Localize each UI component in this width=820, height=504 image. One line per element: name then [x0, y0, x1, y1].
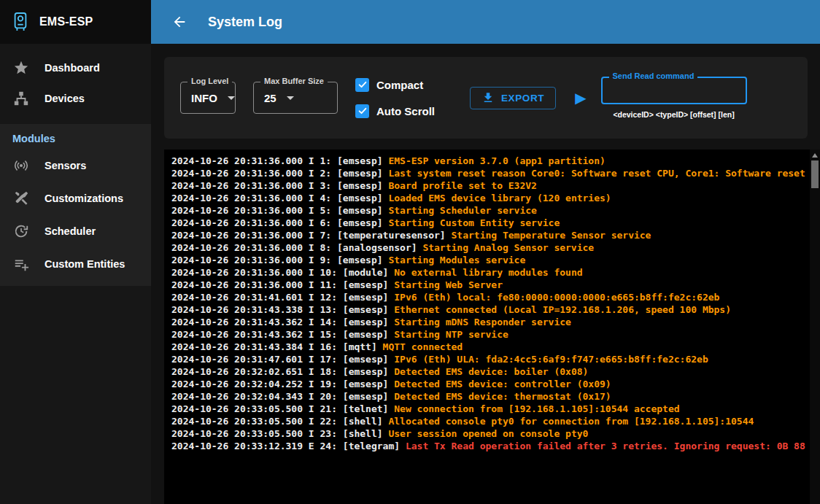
log-line-prefix: 2024-10-26 20:32:02.651 I 18: [emsesp] — [171, 366, 394, 377]
log-panel: 2024-10-26 20:31:36.000 I 1: [emsesp] EM… — [164, 150, 820, 504]
log-line-prefix: 2024-10-26 20:33:12.319 E 24: [telegram] — [171, 441, 406, 451]
playlist-add-icon — [12, 255, 30, 273]
log-line: 2024-10-26 20:31:36.000 I 8: [analogsens… — [171, 241, 810, 254]
scrollbar-thumb[interactable] — [811, 160, 819, 188]
export-button-label: EXPORT — [501, 93, 544, 104]
max-buffer-select[interactable]: Max Buffer Size 25 — [253, 82, 338, 114]
log-line: 2024-10-26 20:31:36.000 I 7: [temperatur… — [171, 229, 810, 241]
log-line-prefix: 2024-10-26 20:31:43.362 I 15: [emsesp] — [171, 329, 394, 340]
log-line-prefix: 2024-10-26 20:31:36.000 I 11: [emsesp] — [171, 279, 394, 290]
log-line-message: Starting Scheduler service — [388, 205, 537, 216]
log-scrollbar[interactable] — [810, 150, 820, 504]
log-line-prefix: 2024-10-26 20:31:36.000 I 4: [emsesp] — [171, 193, 388, 203]
log-line: 2024-10-26 20:31:36.000 I 6: [emsesp] St… — [171, 217, 810, 229]
main-area: System Log Log Level INFO Max Buffer Siz… — [151, 0, 820, 504]
log-level-value: INFO — [191, 92, 217, 104]
log-line: 2024-10-26 20:31:36.000 I 1: [emsesp] EM… — [171, 155, 810, 167]
log-line-prefix: 2024-10-26 20:31:43.384 I 16: [mqtt] — [171, 341, 383, 352]
app-logo: EMS-ESP — [0, 0, 151, 44]
sidebar-item-label: Devices — [45, 93, 85, 104]
log-line-prefix: 2024-10-26 20:32:04.343 I 20: [emsesp] — [171, 391, 394, 402]
log-line-message: Last Tx Read operation failed after 3 re… — [406, 441, 805, 451]
log-line: 2024-10-26 20:33:05.500 I 22: [shell] Al… — [171, 415, 810, 427]
log-lines: 2024-10-26 20:31:36.000 I 1: [emsesp] EM… — [164, 150, 810, 504]
log-line: 2024-10-26 20:33:05.500 I 21: [telnet] N… — [171, 403, 810, 415]
send-read-helper-text: <deviceID> <typeID> [offset] [len] — [613, 110, 734, 119]
clock-update-icon — [12, 222, 30, 240]
log-line-message: Allocated console pty0 for connection fr… — [388, 416, 754, 427]
device-tree-icon — [12, 90, 30, 107]
log-line-prefix: 2024-10-26 20:31:36.000 I 8: [analogsens… — [171, 242, 422, 253]
log-controls-card: Log Level INFO Max Buffer Size 25 Compac… — [164, 57, 808, 139]
log-line-message: Starting NTP service — [394, 329, 508, 340]
sidebar-item-label: Scheduler — [45, 225, 96, 237]
log-line-message: Loaded EMS device library (120 entries) — [388, 193, 611, 203]
play-icon[interactable]: ▶ — [575, 90, 586, 105]
log-line-prefix: 2024-10-26 20:31:36.000 I 10: [module] — [171, 267, 394, 278]
sidebar-item-label: Custom Entities — [45, 258, 125, 270]
log-line-message: IPv6 (Eth) local: fe80:0000:0000:0000:e6… — [394, 292, 719, 303]
log-line-message: Detected EMS device: boiler (0x08) — [394, 366, 588, 377]
log-line-message: Starting mDNS Responder service — [394, 317, 571, 327]
log-line-message: Detected EMS device: controller (0x09) — [394, 379, 611, 389]
checkbox-checked-icon[interactable] — [355, 78, 369, 92]
export-button[interactable]: EXPORT — [470, 87, 556, 109]
log-line-prefix: 2024-10-26 20:31:43.362 I 14: [emsesp] — [171, 317, 394, 327]
log-line-message: Starting Analog Sensor service — [422, 242, 594, 253]
log-line: 2024-10-26 20:33:05.500 I 23: [shell] Us… — [171, 427, 810, 440]
ems-esp-app: EMS-ESP Dashboard — [0, 0, 820, 504]
log-line: 2024-10-26 20:31:43.362 I 14: [emsesp] S… — [171, 316, 810, 328]
log-line: 2024-10-26 20:31:36.000 I 9: [emsesp] St… — [171, 254, 810, 266]
content: Log Level INFO Max Buffer Size 25 Compac… — [151, 44, 820, 504]
sidebar-item-scheduler[interactable]: Scheduler — [0, 214, 151, 247]
log-line-message: User session opened on console pty0 — [388, 428, 588, 439]
log-line-message: No external library modules found — [394, 267, 582, 278]
sidebar-item-custom-entities[interactable]: Custom Entities — [0, 247, 151, 280]
log-line: 2024-10-26 20:31:36.000 I 3: [emsesp] Bo… — [171, 179, 810, 192]
scrollbar-up-arrow-icon[interactable] — [812, 153, 818, 158]
log-line: 2024-10-26 20:31:43.338 I 13: [emsesp] E… — [171, 303, 810, 316]
checkbox-group: Compact Auto Scroll — [355, 78, 435, 118]
back-button[interactable] — [170, 12, 189, 31]
sidebar-item-customizations[interactable]: Customizations — [0, 182, 151, 214]
send-read-field[interactable]: Send Read command — [601, 77, 747, 104]
log-line-prefix: 2024-10-26 20:33:05.500 I 22: [shell] — [171, 416, 388, 427]
auto-scroll-checkbox[interactable]: Auto Scroll — [355, 104, 435, 118]
ems-esp-logo-icon — [12, 13, 29, 31]
log-level-label: Log Level — [187, 77, 232, 85]
app-title: EMS-ESP — [39, 15, 93, 28]
log-line-message: Ethernet connected (Local IP=192.168.1.2… — [394, 304, 731, 315]
appbar: System Log — [151, 0, 820, 44]
sidebar-item-label: Customizations — [45, 193, 123, 204]
send-read-label: Send Read command — [609, 71, 698, 80]
log-line-message: Board profile set to E32V2 — [388, 180, 537, 191]
log-line-prefix: 2024-10-26 20:31:36.000 I 9: [emsesp] — [171, 255, 388, 265]
sidebar-item-devices[interactable]: Devices — [0, 83, 151, 114]
log-line-prefix: 2024-10-26 20:31:47.601 I 17: [emsesp] — [171, 354, 394, 365]
log-line-message: Starting Modules service — [388, 255, 525, 265]
compact-checkbox[interactable]: Compact — [355, 78, 435, 92]
log-line: 2024-10-26 20:31:41.601 I 12: [emsesp] I… — [171, 291, 810, 303]
log-line-message: Starting Custom Entity service — [388, 217, 560, 228]
star-icon — [12, 59, 30, 77]
log-line-message: Detected EMS device: thermostat (0x17) — [394, 391, 611, 402]
sidebar-modules-group: Modules Sensors — [0, 124, 151, 286]
send-read-input[interactable] — [611, 85, 737, 96]
log-line-prefix: 2024-10-26 20:31:36.000 I 6: [emsesp] — [171, 217, 388, 228]
max-buffer-value: 25 — [264, 92, 276, 104]
log-line: 2024-10-26 20:33:12.319 E 24: [telegram]… — [171, 440, 810, 452]
checkbox-checked-icon[interactable] — [355, 104, 369, 118]
wireless-sensor-icon — [12, 157, 30, 174]
log-line-message: EMS-ESP version 3.7.0 (app1 partition) — [388, 155, 605, 166]
log-line-message: Starting Temperature Sensor service — [452, 230, 651, 241]
log-line-message: Last system reset reason Core0: Software… — [388, 168, 805, 179]
sidebar-item-label: Dashboard — [45, 62, 100, 74]
log-line-message: IPv6 (Eth) ULA: fda2:4cc5:6af9:f747:e665… — [394, 354, 708, 365]
sidebar-item-dashboard[interactable]: Dashboard — [0, 53, 151, 83]
log-line-prefix: 2024-10-26 20:32:04.252 I 19: [emsesp] — [171, 379, 394, 389]
log-line-prefix: 2024-10-26 20:31:41.601 I 12: [emsesp] — [171, 292, 394, 303]
compact-label: Compact — [376, 79, 423, 91]
log-line: 2024-10-26 20:31:36.000 I 10: [module] N… — [171, 266, 810, 279]
log-level-select[interactable]: Log Level INFO — [180, 82, 236, 114]
sidebar-item-sensors[interactable]: Sensors — [0, 149, 151, 182]
